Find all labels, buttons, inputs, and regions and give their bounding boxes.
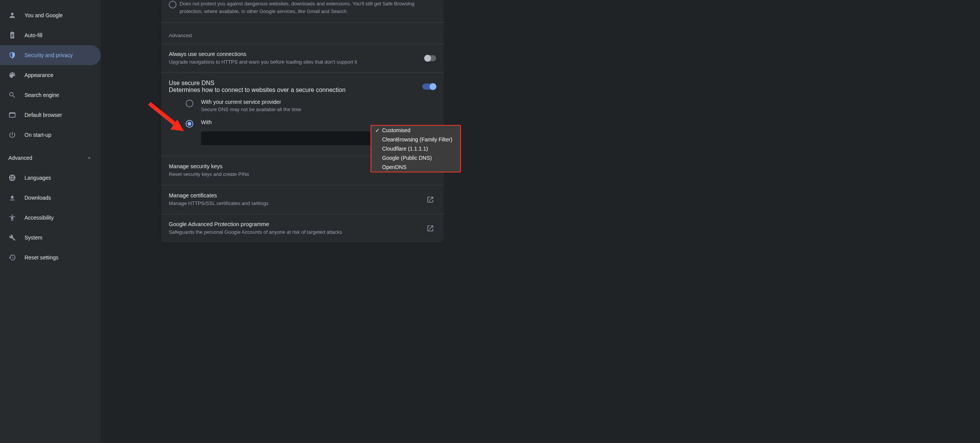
sidebar-item-accessibility[interactable]: Accessibility bbox=[0, 208, 101, 228]
radio-no-protection[interactable] bbox=[169, 1, 176, 8]
sidebar-item-label: Accessibility bbox=[24, 215, 54, 221]
person-icon bbox=[8, 11, 16, 19]
power-icon bbox=[8, 131, 16, 139]
secure-dns-sub: Determines how to connect to websites ov… bbox=[169, 87, 346, 94]
sidebar-item-label: On start-up bbox=[24, 132, 51, 138]
sidebar-item-label: You and Google bbox=[24, 12, 63, 18]
sidebar-item-label: Search engine bbox=[24, 92, 59, 98]
palette-icon bbox=[8, 71, 16, 79]
chevron-up-icon bbox=[86, 155, 92, 161]
open-external-icon bbox=[425, 196, 436, 203]
gapp-title: Google Advanced Protection programme bbox=[169, 221, 342, 227]
settings-sidebar: You and Google Auto-fill Security and pr… bbox=[0, 0, 101, 443]
sidebar-item-label: Reset settings bbox=[24, 254, 59, 261]
settings-content: Does not protect you against dangerous w… bbox=[161, 0, 444, 443]
sidebar-item-appearance[interactable]: Appearance bbox=[0, 65, 101, 85]
secure-conn-sub: Upgrade navigations to HTTPS and warn yo… bbox=[169, 59, 357, 66]
sidebar-item-on-startup[interactable]: On start-up bbox=[0, 125, 101, 145]
clipboard-icon bbox=[8, 31, 16, 39]
gapp-sub: Safeguards the personal Google Accounts … bbox=[169, 229, 342, 236]
dns-opt1-sub: Secure DNS may not be available all the … bbox=[201, 107, 301, 112]
accessibility-icon bbox=[8, 214, 16, 222]
shield-icon bbox=[8, 51, 16, 59]
certs-title: Manage certificates bbox=[169, 192, 268, 199]
sidebar-item-label: Security and privacy bbox=[24, 52, 73, 58]
globe-icon bbox=[8, 174, 16, 182]
browser-icon bbox=[8, 111, 16, 119]
toggle-secure-connections[interactable] bbox=[425, 55, 436, 61]
sidebar-item-label: Appearance bbox=[24, 72, 54, 78]
no-protection-option-row: Does not protect you against dangerous w… bbox=[161, 0, 444, 23]
restore-icon bbox=[8, 254, 16, 261]
sidebar-item-label: Default browser bbox=[24, 112, 62, 118]
dns-opt2-title: With bbox=[201, 119, 212, 125]
no-protection-desc: Does not protect you against dangerous w… bbox=[180, 0, 436, 15]
dropdown-item-cleanbrowsing[interactable]: CleanBrowsing (Family Filter) bbox=[371, 135, 460, 144]
dns-provider-dropdown[interactable]: ✓Customised CleanBrowsing (Family Filter… bbox=[371, 125, 461, 172]
dropdown-item-google[interactable]: Google (Public DNS) bbox=[371, 153, 460, 162]
dns-opt1-title: With your current service provider bbox=[201, 99, 301, 105]
download-icon bbox=[8, 194, 16, 202]
sidebar-item-reset[interactable]: Reset settings bbox=[0, 248, 101, 267]
dropdown-item-opendns[interactable]: OpenDNS bbox=[371, 162, 460, 172]
sidebar-advanced-toggle[interactable]: Advanced bbox=[0, 148, 101, 168]
settings-card: Does not protect you against dangerous w… bbox=[161, 0, 444, 243]
dropdown-item-cloudflare[interactable]: Cloudflare (1.1.1.1) bbox=[371, 144, 460, 153]
row-advanced-protection[interactable]: Google Advanced Protection programme Saf… bbox=[161, 214, 444, 243]
sidebar-item-autofill[interactable]: Auto-fill bbox=[0, 25, 101, 45]
advanced-section-label: Advanced bbox=[161, 23, 444, 44]
sidebar-item-label: Downloads bbox=[24, 195, 51, 201]
radio-current-provider[interactable] bbox=[186, 100, 193, 107]
main-panel: Does not protect you against dangerous w… bbox=[101, 0, 980, 443]
sec-keys-title: Manage security keys bbox=[169, 163, 249, 169]
sidebar-item-label: Auto-fill bbox=[24, 32, 42, 38]
sidebar-advanced-label: Advanced bbox=[8, 155, 32, 161]
row-secure-connections[interactable]: Always use secure connections Upgrade na… bbox=[161, 44, 444, 73]
wrench-icon bbox=[8, 234, 16, 241]
secure-dns-title: Use secure DNS bbox=[169, 80, 346, 87]
sidebar-item-downloads[interactable]: Downloads bbox=[0, 188, 101, 208]
sidebar-item-default-browser[interactable]: Default browser bbox=[0, 105, 101, 125]
toggle-secure-dns[interactable] bbox=[422, 84, 436, 90]
sidebar-item-you-and-google[interactable]: You and Google bbox=[0, 5, 101, 25]
certs-sub: Manage HTTPS/SSL certificates and settin… bbox=[169, 200, 268, 207]
secure-conn-title: Always use secure connections bbox=[169, 51, 357, 57]
sec-keys-sub: Reset security keys and create PINs bbox=[169, 171, 249, 178]
sidebar-item-security[interactable]: Security and privacy bbox=[0, 45, 101, 65]
row-manage-certificates[interactable]: Manage certificates Manage HTTPS/SSL cer… bbox=[161, 185, 444, 214]
sidebar-item-label: Languages bbox=[24, 175, 51, 181]
sidebar-item-languages[interactable]: Languages bbox=[0, 168, 101, 188]
search-icon bbox=[8, 91, 16, 99]
open-external-icon bbox=[425, 225, 436, 232]
dropdown-item-customised[interactable]: ✓Customised bbox=[371, 126, 460, 135]
checkmark-icon: ✓ bbox=[375, 127, 382, 133]
sidebar-item-label: System bbox=[24, 235, 42, 241]
sidebar-item-search-engine[interactable]: Search engine bbox=[0, 85, 101, 105]
dns-option-current-provider[interactable]: With your current service provider Secur… bbox=[186, 99, 436, 112]
sidebar-item-system[interactable]: System bbox=[0, 228, 101, 248]
app-root: You and Google Auto-fill Security and pr… bbox=[0, 0, 980, 443]
radio-with-custom[interactable] bbox=[186, 120, 193, 128]
